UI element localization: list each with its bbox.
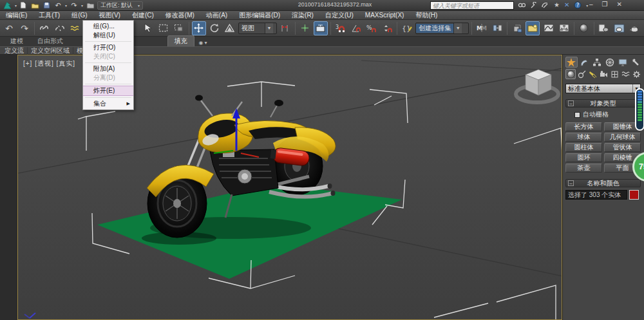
exchange-icon[interactable]: ✕ <box>564 1 569 10</box>
cameras-icon[interactable] <box>598 69 609 79</box>
menu-item-attach[interactable]: 附加(A) <box>83 64 133 73</box>
menu-edit[interactable]: 编辑(E) <box>0 11 33 20</box>
snap-toggle-3d-icon[interactable]: 3 <box>334 21 348 35</box>
spinner-snap-icon[interactable] <box>380 21 394 35</box>
percent-snap-icon[interactable]: % <box>365 21 379 35</box>
autogrid-checkbox[interactable] <box>574 112 580 118</box>
select-rotate-icon[interactable] <box>207 21 222 35</box>
mirror-icon[interactable]: MM <box>475 21 489 35</box>
undo-icon[interactable]: ↶ <box>53 1 62 9</box>
name-color-rollout-header[interactable]: – 名称和颜色 <box>565 179 641 187</box>
object-color-swatch[interactable] <box>629 190 639 200</box>
app-logo-icon[interactable]: ▾ <box>3 1 17 10</box>
select-link-icon[interactable] <box>37 21 52 35</box>
ribbon-minimize-icon[interactable]: ◉ ▾ <box>196 39 210 46</box>
subscription-icon[interactable] <box>530 2 537 9</box>
use-pivot-center-icon[interactable] <box>278 21 292 35</box>
box-button[interactable]: 长方体 <box>565 122 602 131</box>
ribbon-tab-freeform[interactable]: 自由形式 <box>31 36 70 46</box>
menu-item-open[interactable]: 打开(O) <box>83 43 133 52</box>
menu-group[interactable]: 组(G) <box>66 11 93 20</box>
align-icon[interactable] <box>490 21 504 35</box>
rendered-frame-icon[interactable] <box>612 21 627 35</box>
menu-create[interactable]: 创建(C) <box>126 11 160 20</box>
hierarchy-tab-icon[interactable] <box>591 57 603 68</box>
display-tab-icon[interactable] <box>616 57 629 68</box>
shapes-icon[interactable] <box>576 69 587 79</box>
sphere-button[interactable]: 球体 <box>565 133 602 142</box>
teapot-button[interactable]: 茶壶 <box>565 164 602 173</box>
reference-coordinate-dropdown[interactable]: 视图 ▼ <box>238 23 277 34</box>
space-warps-icon[interactable] <box>620 69 630 79</box>
menu-item-assembly[interactable]: 集合 ▶ <box>83 99 133 108</box>
save-icon[interactable] <box>42 1 51 9</box>
rectangular-selection-icon[interactable] <box>156 21 170 35</box>
select-manipulate-icon[interactable] <box>298 21 312 35</box>
menu-item-ungroup[interactable]: 解组(U) <box>83 31 133 40</box>
select-object-icon[interactable] <box>140 21 155 35</box>
helpers-icon[interactable] <box>609 69 620 79</box>
menu-views[interactable]: 视图(V) <box>93 11 126 20</box>
tube-button[interactable]: 管状体 <box>604 143 641 152</box>
viewcube[interactable] <box>516 70 558 102</box>
angle-snap-icon[interactable] <box>349 21 363 35</box>
new-file-icon[interactable] <box>19 1 28 9</box>
viewport-label[interactable]: [+] [透视] [真实] <box>23 59 75 68</box>
redo-scene-icon[interactable]: ↷ <box>17 21 32 35</box>
object-type-rollout-header[interactable]: – 对象类型 <box>565 99 641 108</box>
close-button[interactable]: ✕ <box>617 1 622 8</box>
create-tab-icon[interactable] <box>565 57 578 68</box>
select-move-icon[interactable] <box>192 21 206 35</box>
curve-editor-icon[interactable] <box>541 21 555 35</box>
ribbon-tab-populate[interactable]: 填充 <box>167 35 194 46</box>
edit-named-selections-icon[interactable]: {} <box>400 21 414 35</box>
geosphere-button[interactable]: 几何球体 <box>604 133 641 142</box>
menu-tools[interactable]: 工具(T) <box>33 11 66 20</box>
menu-help[interactable]: 帮助(H) <box>410 11 443 20</box>
geometry-icon[interactable] <box>565 69 576 79</box>
menu-item-explode[interactable]: 炸开(E) <box>83 86 133 96</box>
systems-icon[interactable] <box>631 69 641 79</box>
undo-scene-icon[interactable]: ↶ <box>2 21 16 35</box>
object-name-field[interactable]: 选择了 303 个实体 <box>565 190 627 200</box>
utilities-tab-icon[interactable] <box>629 57 641 68</box>
bind-spacewarp-icon[interactable] <box>68 21 82 35</box>
cylinder-button[interactable]: 圆柱体 <box>565 143 602 152</box>
layer-manager-icon[interactable] <box>510 21 524 35</box>
favorites-icon[interactable]: ★ <box>554 1 560 10</box>
unlink-icon[interactable] <box>53 21 67 35</box>
project-folder-icon[interactable] <box>86 1 95 9</box>
search-icon[interactable] <box>518 2 526 9</box>
select-scale-icon[interactable] <box>223 21 237 35</box>
menu-item-group[interactable]: 组(G)... <box>83 22 133 31</box>
menu-customize[interactable]: 自定义(U) <box>319 11 359 20</box>
primitive-category-dropdown[interactable]: 标准基本体 ▼ <box>565 84 641 93</box>
ribbon-tool-define-idle-area[interactable]: 定义空闲区域 <box>28 47 73 55</box>
minimize-button[interactable]: – <box>589 1 593 8</box>
redo-icon[interactable]: ↷ <box>70 1 79 9</box>
workspace-selector[interactable]: 工作区: 默认 ▾ <box>97 1 143 10</box>
menu-rendering[interactable]: 渲染(R) <box>286 11 319 20</box>
modify-tab-icon[interactable] <box>578 57 591 68</box>
named-selection-dropdown[interactable]: 创建选择集 ▼ <box>415 23 469 34</box>
lights-icon[interactable] <box>587 69 598 79</box>
infocenter-search-input[interactable]: 键入关键字或短语 <box>430 1 514 10</box>
material-editor-icon[interactable] <box>577 21 591 35</box>
ribbon-tool-define-flow[interactable]: 定义流 <box>1 47 28 55</box>
ribbon-tab-modeling[interactable]: 建模 <box>4 36 30 46</box>
menu-graph-editors[interactable]: 图形编辑器(D) <box>233 11 286 20</box>
schematic-view-icon[interactable] <box>557 21 571 35</box>
communication-icon[interactable] <box>542 2 549 9</box>
menu-animation[interactable]: 动画(A) <box>200 11 233 20</box>
menu-modifiers[interactable]: 修改器(M) <box>160 11 200 20</box>
keyboard-override-icon[interactable] <box>314 21 328 35</box>
open-file-icon[interactable] <box>30 1 39 9</box>
help-icon[interactable]: ? <box>574 1 582 9</box>
graphite-ribbon-toggle-icon[interactable] <box>526 21 540 35</box>
render-setup-icon[interactable] <box>597 21 611 35</box>
window-crossing-icon[interactable] <box>171 21 185 35</box>
menu-maxscript[interactable]: MAXScript(X) <box>359 11 410 20</box>
restore-button[interactable]: ❐ <box>602 1 608 8</box>
render-icon[interactable] <box>628 21 642 35</box>
torus-button[interactable]: 圆环 <box>565 153 602 162</box>
